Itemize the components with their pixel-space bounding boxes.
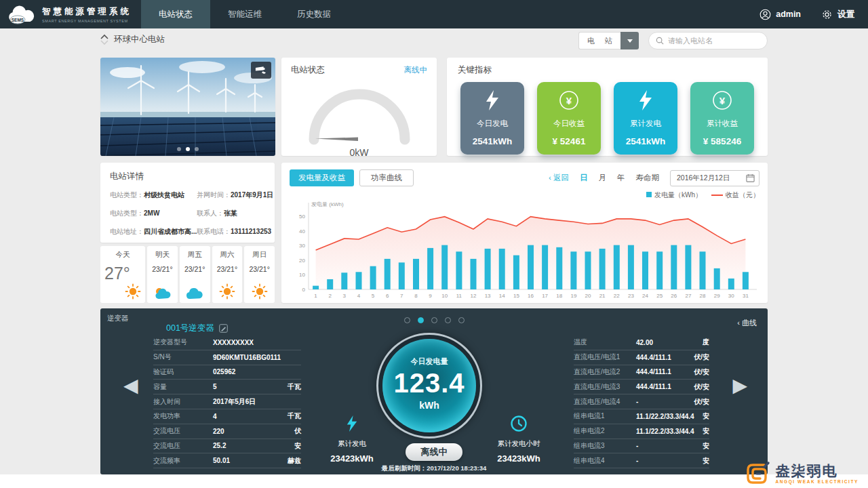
table-row: 直流电压/电流1 444.4/111.1 伏/安	[574, 350, 709, 365]
detail-row: 联系电话：13111213253	[197, 227, 264, 237]
table-row: 交流电压 25.2 安	[153, 439, 301, 454]
footer-strip	[0, 474, 868, 488]
generation-bar	[671, 245, 677, 289]
next-inverter-arrow[interactable]: ▶	[732, 376, 747, 395]
svg-text:5: 5	[372, 293, 375, 299]
generation-bar	[513, 256, 519, 289]
detail-row: 并网时间：2017年9月1日	[197, 190, 264, 200]
carousel-dot[interactable]	[195, 147, 199, 151]
svg-text:14: 14	[499, 293, 505, 299]
station-photo-card	[100, 58, 275, 156]
legend-bar-swatch	[646, 192, 652, 197]
carousel-dot[interactable]	[458, 317, 465, 323]
back-link[interactable]: ‹ 返回	[549, 173, 569, 183]
kpi-title: 关键指标	[458, 64, 757, 76]
clock-icon	[511, 415, 527, 432]
carousel-dot[interactable]	[186, 147, 190, 151]
yen-icon: ¥	[712, 90, 732, 110]
nav-item-station-status[interactable]: 电站状态	[141, 0, 210, 28]
generation-bar	[528, 245, 534, 289]
settings-button[interactable]: 设置	[821, 9, 854, 20]
weather-card: 明天 23/21°	[147, 246, 178, 303]
camera-button[interactable]	[251, 62, 271, 79]
svg-text:25: 25	[656, 293, 663, 299]
generation-bar	[585, 251, 591, 289]
generation-bar	[614, 245, 620, 289]
svg-text:6: 6	[386, 293, 389, 299]
today-generation-circle: 今日发电量 123.4 kWh	[376, 333, 482, 439]
nav-item-smart-ops[interactable]: 智能运维	[210, 0, 279, 28]
station-photo	[100, 58, 275, 156]
curve-link[interactable]: ‹ 曲线	[737, 318, 757, 328]
generation-bar	[327, 279, 333, 289]
svg-text:40: 40	[299, 228, 305, 235]
bolt-icon	[638, 90, 653, 110]
app-logo: SEMS 智慧能源管理系统 SMART ENERGY MANAGEMENT SY…	[0, 0, 141, 28]
table-row: 发电功率 4 千瓦	[153, 409, 301, 424]
today-temp: 27°	[104, 264, 130, 283]
offline-status-link[interactable]: 离线中	[404, 65, 428, 75]
svg-text:10: 10	[299, 272, 305, 278]
tab-power-curve[interactable]: 功率曲线	[359, 169, 414, 186]
carousel-dot[interactable]	[177, 147, 181, 151]
inverter-left-table: 逆变器型号 XXXXXXXXX S/N号 9D60KMTU16BG0111 验证…	[153, 336, 301, 468]
user-menu[interactable]: admin	[760, 9, 801, 20]
weather-card: 周日 23/21°	[244, 246, 275, 303]
detail-row: 电站地址：四川省成都市高...	[110, 227, 197, 237]
generation-bar	[556, 247, 562, 289]
edit-pencil-icon[interactable]	[219, 324, 228, 333]
tab-generation-income[interactable]: 发电量及收益	[290, 169, 354, 186]
inverter-name[interactable]: 001号逆变器	[166, 323, 228, 334]
footer-logo: 盎柒弱电 ANGQI WEAK ELECTRICITY	[743, 460, 859, 487]
station-status-card: 电站状态 离线中 0kW	[281, 58, 437, 156]
table-row: 直流电压/电流2 444.4/111.1 伏/安	[574, 365, 709, 380]
inverter-status-pill[interactable]: 离线中	[406, 443, 462, 461]
inverter-panel: 逆变器 001号逆变器 ‹ 曲线 ◀ ▶ 逆变器型号 XXXXXXXXX S/N…	[100, 308, 768, 474]
kpi-tile-total-generation: 累计发电 2541kWh	[614, 82, 677, 155]
status-card-title: 电站状态	[291, 64, 325, 76]
carousel-dot[interactable]	[431, 317, 437, 323]
main-nav: 电站状态 智能运维 历史数据	[141, 0, 349, 28]
generation-bar	[714, 268, 720, 289]
table-row: S/N号 9D60KMTU16BG0111	[153, 350, 301, 365]
range-lifetime[interactable]: 寿命期	[636, 173, 660, 183]
date-picker[interactable]: 2016年12月12日	[670, 170, 760, 186]
carousel-dot[interactable]	[445, 317, 451, 323]
svg-text:18: 18	[556, 293, 562, 299]
svg-text:7: 7	[400, 293, 403, 299]
range-year[interactable]: 年	[617, 173, 625, 183]
svg-text:29: 29	[714, 293, 720, 299]
svg-text:26: 26	[671, 293, 677, 299]
svg-text:13: 13	[485, 293, 491, 299]
generation-bar	[413, 259, 419, 289]
kpi-tile-today-income: ¥ 今日收益 ¥ 52461	[537, 82, 601, 155]
gauge-value: 0kW	[291, 147, 427, 158]
settings-label: 设置	[837, 9, 854, 20]
svg-text:20: 20	[299, 258, 305, 264]
svg-text:31: 31	[743, 293, 749, 299]
photo-carousel-dots	[177, 147, 199, 151]
svg-text:27: 27	[685, 293, 691, 299]
svg-text:1: 1	[314, 293, 317, 299]
generation-bar	[399, 262, 405, 289]
range-month[interactable]: 月	[599, 173, 607, 183]
generation-bar	[728, 279, 734, 289]
circle-label: 今日发电量	[411, 357, 448, 367]
svg-text:11: 11	[456, 293, 462, 299]
nav-item-history-data[interactable]: 历史数据	[279, 0, 349, 28]
table-row: 直流电压/电流4 - 伏/安	[574, 394, 709, 409]
detail-row: 电站类型：2MW	[110, 209, 197, 218]
svg-text:¥: ¥	[719, 94, 726, 106]
svg-text:¥: ¥	[566, 94, 572, 106]
prev-inverter-arrow[interactable]: ◀	[123, 376, 138, 395]
carousel-dot[interactable]	[404, 317, 410, 323]
circle-unit: kWh	[419, 400, 439, 411]
generation-bar	[356, 272, 362, 289]
carousel-dot[interactable]	[418, 317, 424, 323]
table-row: 组串电流3 - 安	[574, 439, 709, 454]
sems-cloud-icon: SEMS	[7, 3, 37, 25]
range-day[interactable]: 日	[580, 173, 588, 183]
svg-text:19: 19	[570, 293, 576, 299]
page: SEMS 智慧能源管理系统 SMART ENERGY MANAGEMENT SY…	[0, 0, 868, 488]
table-row: 直流电压/电流3 444.4/111.1 伏/安	[574, 380, 709, 394]
